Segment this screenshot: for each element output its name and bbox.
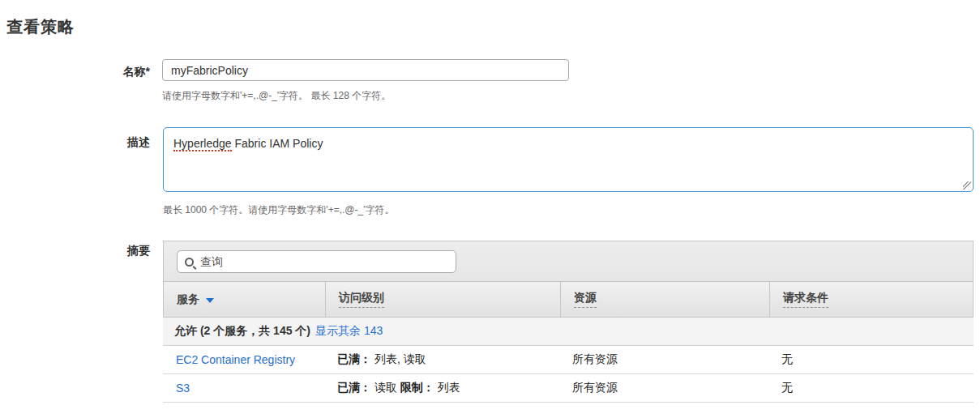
summary-search-panel xyxy=(163,241,974,281)
resource-cell: 所有资源 xyxy=(559,374,768,402)
policy-summary-table: 服务 访问级别 资源 请求条件 允许 (2 个服务，共 145 个) 显示其余 … xyxy=(163,241,974,403)
page-title: 查看策略 xyxy=(6,16,75,38)
service-cell: S3 xyxy=(163,374,324,402)
summary-search-input[interactable] xyxy=(200,255,427,268)
textarea-resize-handle-icon[interactable] xyxy=(963,181,971,190)
column-header-service-label: 服务 xyxy=(177,292,199,307)
search-icon xyxy=(185,258,194,267)
resource-value: 所有资源 xyxy=(572,381,618,395)
summary-section-label: 摘要 xyxy=(0,244,150,258)
policy-name-input[interactable] xyxy=(162,59,569,81)
column-header-resource-label: 资源 xyxy=(574,291,597,308)
table-row: S3 已满： 读取 限制： 列表 所有资源 无 xyxy=(163,374,974,403)
summary-table-header: 服务 访问级别 资源 请求条件 xyxy=(163,281,974,318)
description-field-hint: 最长 1000 个字符。请使用字母数字和'+=,.@-_'字符。 xyxy=(163,203,394,217)
allow-group-row: 允许 (2 个服务，共 145 个) 显示其余 143 xyxy=(163,318,974,346)
summary-search-box[interactable] xyxy=(177,250,456,273)
column-header-service[interactable]: 服务 xyxy=(164,282,325,317)
access-level-type: 已满： xyxy=(337,352,371,367)
description-field-label: 描述 xyxy=(0,135,150,150)
allow-group-summary: 允许 (2 个服务，共 145 个) xyxy=(174,324,310,339)
request-condition-cell: 无 xyxy=(768,346,974,373)
access-level-value: 列表 xyxy=(434,381,460,395)
column-header-request-condition[interactable]: 请求条件 xyxy=(769,282,973,317)
column-header-access-level-label: 访问级别 xyxy=(339,291,384,308)
column-header-request-condition-label: 请求条件 xyxy=(783,291,828,308)
access-level-type: 限制： xyxy=(400,381,434,395)
resource-cell: 所有资源 xyxy=(559,346,768,373)
service-cell: EC2 Container Registry xyxy=(163,346,324,373)
column-header-resource[interactable]: 资源 xyxy=(560,282,769,317)
access-level-cell: 已满： 读取 限制： 列表 xyxy=(324,374,559,402)
service-link[interactable]: EC2 Container Registry xyxy=(176,353,295,366)
sort-descending-icon xyxy=(206,298,214,303)
access-level-value: 列表, 读取 xyxy=(371,352,426,367)
access-level-type: 已满： xyxy=(337,381,371,395)
request-condition-value: 无 xyxy=(781,352,793,367)
show-remaining-link[interactable]: 显示其余 143 xyxy=(315,324,383,339)
request-condition-value: 无 xyxy=(781,381,793,395)
access-level-value: 读取 xyxy=(371,381,400,395)
resource-value: 所有资源 xyxy=(572,352,618,367)
request-condition-cell: 无 xyxy=(768,374,974,402)
policy-description-textarea[interactable]: Hyperledge Fabric IAM Policy xyxy=(163,127,974,192)
name-field-hint: 请使用字母数字和'+=,.@-_'字符。 最长 128 个字符。 xyxy=(162,89,391,103)
column-header-access-level[interactable]: 访问级别 xyxy=(325,282,560,317)
description-misspelled-word: Hyperledge xyxy=(173,137,232,151)
table-row: EC2 Container Registry 已满： 列表, 读取 所有资源 无 xyxy=(163,346,974,374)
access-level-cell: 已满： 列表, 读取 xyxy=(324,346,559,373)
description-text: Fabric IAM Policy xyxy=(232,137,323,150)
name-field-label: 名称* xyxy=(0,65,150,79)
service-link[interactable]: S3 xyxy=(176,382,190,395)
